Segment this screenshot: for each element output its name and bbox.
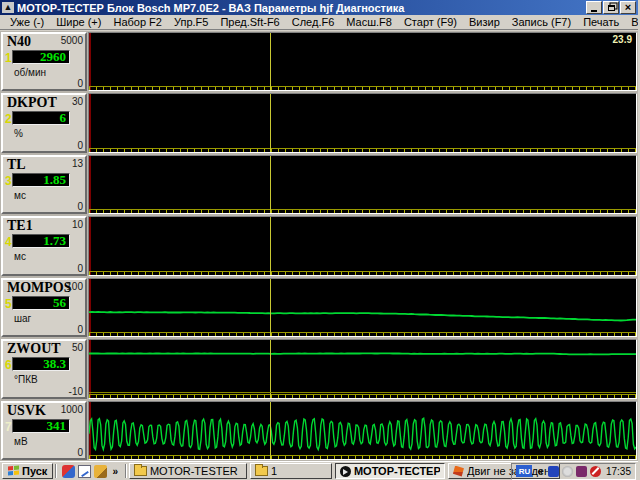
- channel-number: 1: [5, 51, 12, 65]
- units-label: мс: [14, 251, 26, 262]
- channel-row-ZWOUT: ZWOUT50638.3°ПКВ-10: [0, 338, 638, 399]
- tray-chevron-icon[interactable]: «: [535, 466, 545, 477]
- time-axis: [89, 269, 636, 275]
- graph-TL[interactable]: [88, 155, 637, 214]
- quick-launch-icon-3[interactable]: [94, 465, 107, 478]
- scale-min-label: 0: [77, 447, 83, 458]
- units-label: об/мин: [14, 67, 46, 78]
- value-text: 341: [13, 420, 69, 432]
- units-label: °ПКВ: [14, 374, 38, 385]
- graph-ZWOUT[interactable]: [88, 339, 637, 398]
- channel-panel-USVK[interactable]: USVK10007341мВ0: [1, 401, 87, 460]
- measurement-cursor[interactable]: [270, 402, 271, 459]
- channel-panel-MOMPOS[interactable]: MOMPOS100556шаг0: [1, 278, 87, 337]
- folder-icon: [255, 466, 268, 476]
- channel-number: 3: [5, 174, 12, 188]
- window-title: МОТОР-ТЕСТЕР Блок Bosch MP7.0E2 - ВАЗ Па…: [17, 2, 586, 14]
- graph-USVK[interactable]: [88, 401, 637, 460]
- channel-number: 2: [5, 112, 12, 126]
- trace-N40: [89, 33, 636, 91]
- graph-DKPOT[interactable]: [88, 93, 637, 152]
- time-axis: [89, 84, 636, 90]
- scale-max-label: 30: [72, 96, 83, 107]
- measurement-cursor[interactable]: [270, 94, 271, 151]
- graph-TE1[interactable]: [88, 216, 637, 275]
- overflow-chevron-icon[interactable]: »: [110, 466, 120, 477]
- time-window-label: 23.9: [613, 34, 632, 45]
- menu-item-6[interactable]: След.F6: [286, 16, 341, 28]
- zero-line: [89, 392, 636, 393]
- menu-item-7[interactable]: Масш.F8: [340, 16, 398, 28]
- channel-panel-TE1[interactable]: TE11041.73мс0: [1, 216, 87, 275]
- menu-item-3[interactable]: Набор F2: [107, 16, 168, 28]
- time-axis: [89, 330, 636, 336]
- restore-button[interactable]: [603, 1, 619, 14]
- measurement-cursor[interactable]: [270, 279, 271, 336]
- taskbar-button-1[interactable]: MOTOR-TESTER: [129, 463, 247, 479]
- measurement-cursor[interactable]: [270, 340, 271, 397]
- channel-number: 5: [5, 297, 12, 311]
- channel-panel-N40[interactable]: N40500012960об/мин0: [1, 32, 87, 91]
- channel-name: N40: [7, 34, 31, 50]
- trace-ZWOUT: [89, 340, 636, 398]
- taskbar-button-3[interactable]: МОТОР-ТЕСТЕР Блок ...: [335, 463, 445, 479]
- menu-item-4[interactable]: Упр.F5: [168, 16, 214, 28]
- menu-item-12[interactable]: Вид: [625, 16, 640, 28]
- tray-icon-3[interactable]: [576, 466, 587, 477]
- value-text: 1.73: [13, 235, 69, 247]
- menu-item-1[interactable]: Уже (-): [4, 16, 50, 28]
- graph-N40[interactable]: 23.9: [88, 32, 637, 91]
- channel-name: TE1: [7, 218, 33, 234]
- graph-MOMPOS[interactable]: [88, 278, 637, 337]
- channel-panel-TL[interactable]: TL1331.85мс0: [1, 155, 87, 214]
- menu-item-8[interactable]: Старт (F9): [398, 16, 463, 28]
- menu-item-5[interactable]: Пред.Sft-F6: [214, 16, 285, 28]
- divider: [125, 464, 127, 478]
- time-axis: [89, 146, 636, 152]
- tray-icon-1[interactable]: [548, 466, 559, 477]
- taskbar-button-label: MOTOR-TESTER: [150, 465, 238, 477]
- language-indicator[interactable]: RU: [516, 465, 532, 477]
- app-icon[interactable]: ▲: [2, 2, 14, 13]
- task-buttons: MOTOR-TESTER1МОТОР-ТЕСТЕР Блок ...Двиг н…: [129, 463, 509, 479]
- measurement-cursor[interactable]: [270, 217, 271, 274]
- system-tray: RU « 17:35: [511, 463, 636, 480]
- doc-icon: [453, 466, 464, 477]
- title-bar: ▲ МОТОР-ТЕСТЕР Блок Bosch MP7.0E2 - ВАЗ …: [0, 0, 638, 15]
- tray-icon-2[interactable]: [562, 466, 573, 477]
- quick-launch-icon-1[interactable]: [62, 465, 75, 478]
- units-label: мВ: [14, 436, 28, 447]
- menu-item-11[interactable]: Печать: [577, 16, 625, 28]
- scale-min-label: 0: [77, 324, 83, 335]
- start-button[interactable]: Пуск: [2, 463, 53, 479]
- scale-max-label: 1000: [61, 404, 83, 415]
- show-desktop-icon[interactable]: [78, 465, 91, 478]
- scale-max-label: 13: [72, 158, 83, 169]
- channel-name: TL: [7, 157, 26, 173]
- units-label: шаг: [14, 313, 31, 324]
- measurement-cursor[interactable]: [270, 33, 271, 90]
- value-display: 341: [12, 419, 70, 433]
- trace-TE1: [89, 217, 636, 275]
- minimize-button[interactable]: [586, 1, 602, 14]
- windows-logo-icon: [8, 465, 19, 476]
- channel-panel-ZWOUT[interactable]: ZWOUT50638.3°ПКВ-10: [1, 339, 87, 398]
- menu-item-2[interactable]: Шире (+): [50, 16, 107, 28]
- scale-max-label: 50: [72, 342, 83, 353]
- measurement-cursor[interactable]: [270, 156, 271, 213]
- taskbar-button-label: 1: [271, 465, 277, 477]
- menu-item-9[interactable]: Визир: [463, 16, 506, 28]
- close-button[interactable]: ×: [620, 1, 636, 14]
- taskbar-button-2[interactable]: 1: [250, 463, 332, 479]
- quick-launch: »: [59, 465, 123, 478]
- scale-min-label: 0: [77, 201, 83, 212]
- scale-min-label: 0: [77, 263, 83, 274]
- scale-min-label: 0: [77, 78, 83, 89]
- channel-panel-DKPOT[interactable]: DKPOT3026%0: [1, 93, 87, 152]
- value-display: 2960: [12, 50, 70, 64]
- units-label: мс: [14, 190, 26, 201]
- tray-icon-4[interactable]: [590, 466, 601, 477]
- menu-item-10[interactable]: Запись (F7): [506, 16, 577, 28]
- value-display: 1.85: [12, 173, 70, 187]
- channel-name: MOMPOS: [7, 280, 72, 296]
